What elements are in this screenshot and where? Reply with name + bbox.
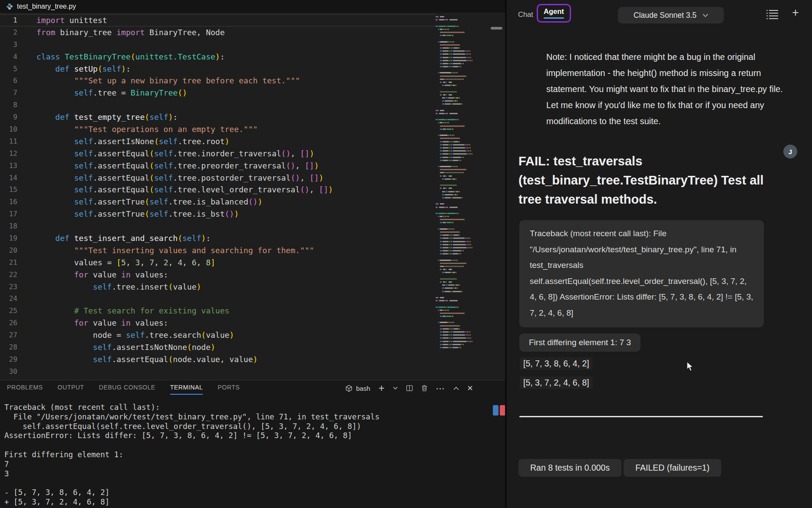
fail-heading: FAIL: test_traversals (test_binary_tree.… [518, 152, 770, 209]
active-tab-underline [544, 17, 564, 19]
minimap-row [436, 199, 501, 202]
line-number: 28 [0, 341, 17, 353]
terminal-line: self.assertEqual(self.tree.level_order_t… [4, 422, 380, 432]
minimap-row [436, 234, 501, 237]
minimap-row [436, 240, 501, 243]
expected-list-text: [5, 3, 7, 2, 4, 6, 8] [520, 376, 593, 389]
minimap-row [436, 96, 501, 99]
test-result-badges: Ran 8 tests in 0.000sFAILED (failures=1) [518, 459, 721, 477]
code-line[interactable]: def test_empty_tree(self): [36, 111, 436, 123]
code-line[interactable]: def test_insert_and_search(self): [36, 232, 436, 244]
code-line[interactable]: self.tree = BinaryTree() [36, 87, 436, 99]
code-line[interactable]: """Set up a new binary tree before each … [36, 75, 436, 87]
panel-tab-problems[interactable]: PROBLEMS [7, 384, 43, 395]
code-line[interactable]: self.assertTrue(self.tree.is_balanced()) [36, 196, 436, 208]
minimap[interactable] [436, 15, 501, 363]
code-line[interactable]: class TestBinaryTree(unittest.TestCase): [36, 51, 436, 63]
code-line[interactable]: def setUp(self): [36, 63, 436, 75]
panel-tab-debug-console[interactable]: DEBUG CONSOLE [99, 384, 155, 395]
minimap-row [436, 146, 501, 149]
code-line[interactable]: values = [5, 3, 7, 2, 4, 6, 8] [36, 257, 436, 269]
message-divider [519, 416, 763, 417]
minimap-row [436, 315, 501, 318]
terminal-line: First differing element 1: [4, 450, 380, 460]
terminal-line: Traceback (most recent call last): [4, 403, 380, 412]
code-line[interactable] [36, 220, 436, 232]
panel-tab-ports[interactable]: PORTS [218, 384, 240, 395]
kill-terminal-trash-icon[interactable] [421, 385, 428, 392]
minimap-row [436, 330, 501, 333]
maximize-panel-chevron-up-icon[interactable] [453, 386, 459, 390]
minimap-row [436, 243, 501, 246]
terminal-profile[interactable]: bash [345, 385, 370, 392]
panel-tab-bar: PROBLEMSOUTPUTDEBUG CONSOLETERMINALPORTS [7, 384, 240, 395]
split-terminal-icon[interactable] [406, 385, 413, 392]
code-line[interactable]: from binary_tree import BinaryTree, Node [36, 26, 436, 39]
minimap-row [436, 340, 501, 343]
minimap-row [436, 59, 501, 62]
code-editor[interactable]: 1234567891011121314151617181920212223242… [0, 13, 505, 380]
code-line[interactable]: self.assertIsNotNone(node) [36, 341, 436, 353]
scrollbar-thumb[interactable] [491, 27, 502, 30]
minimap-row [436, 78, 501, 81]
code-line[interactable]: for value in values: [36, 317, 436, 329]
file-tab[interactable]: test_binary_tree.py [0, 3, 76, 10]
minimap-row [436, 143, 501, 146]
code-line[interactable] [36, 293, 436, 305]
code-line[interactable]: """Test inserting values and searching f… [36, 244, 436, 257]
minimap-row [436, 34, 501, 37]
code-line[interactable] [36, 99, 436, 111]
minimap-row [436, 18, 501, 21]
code-line[interactable]: import unittest [36, 14, 436, 26]
code-line[interactable]: """Test operations on an empty tree.""" [36, 123, 436, 135]
chat-history-list-icon[interactable] [766, 9, 779, 20]
new-terminal-button[interactable]: + [379, 383, 385, 393]
launch-profile-chevron-icon[interactable] [393, 386, 398, 390]
model-selector-dropdown[interactable]: Claude Sonnet 3.5 [618, 7, 724, 23]
panel-tab-output[interactable]: OUTPUT [58, 384, 84, 395]
tab-agent[interactable]: Agent [537, 4, 571, 23]
code-line[interactable]: self.assertEqual(node.value, value) [36, 353, 436, 366]
close-panel-icon[interactable]: ✕ [467, 385, 473, 392]
code-line[interactable]: self.assertEqual(self.tree.inorder_trave… [36, 148, 436, 160]
minimap-row [436, 196, 501, 199]
code-line[interactable]: self.assertIsNone(self.tree.root) [36, 135, 436, 148]
code-line[interactable] [36, 366, 436, 378]
line-number: 6 [0, 75, 17, 87]
code-line[interactable] [36, 39, 436, 51]
minimap-row [436, 305, 501, 308]
terminal-profile-label: bash [356, 385, 370, 392]
minimap-row [436, 333, 501, 336]
minimap-row [436, 15, 501, 18]
line-number: 24 [0, 293, 17, 305]
code-line[interactable]: self.assertTrue(self.tree.is_bst()) [36, 208, 436, 220]
panel-tab-terminal[interactable]: TERMINAL [170, 384, 203, 395]
code-line[interactable]: # Test search for existing values [36, 305, 436, 317]
code-line[interactable]: self.assertEqual(self.tree.postorder_tra… [36, 172, 436, 184]
chat-panel: Chat Agent Claude Sonnet 3.5 + Note: I n… [507, 0, 812, 508]
minimap-row [436, 137, 501, 140]
code-lines: import unittestfrom binary_tree import B… [36, 14, 436, 378]
minimap-row [436, 168, 501, 171]
minimap-row [436, 171, 501, 174]
minimap-row [436, 71, 501, 74]
code-line[interactable]: self.assertEqual(self.tree.preorder_trav… [36, 160, 436, 172]
line-number: 30 [0, 366, 17, 378]
line-number: 11 [0, 135, 17, 148]
minimap-row [436, 312, 501, 315]
minimap-row [436, 218, 501, 221]
code-line[interactable]: node = self.tree.search(value) [36, 329, 436, 341]
code-line[interactable]: self.assertEqual(self.tree.level_order_t… [36, 184, 436, 196]
minimap-row [436, 102, 501, 106]
minimap-row [436, 268, 501, 271]
more-actions-icon[interactable]: ⋯ [436, 384, 445, 393]
minimap-row [436, 309, 501, 312]
code-line[interactable]: self.tree.insert(value) [36, 281, 436, 293]
minimap-row [436, 87, 501, 90]
new-chat-plus-icon[interactable]: + [792, 6, 799, 20]
line-number: 18 [0, 220, 17, 232]
minimap-row [436, 31, 501, 34]
code-line[interactable]: for value in values: [36, 269, 436, 281]
tab-chat[interactable]: Chat [518, 10, 533, 19]
terminal-indicator-blue [493, 405, 498, 416]
